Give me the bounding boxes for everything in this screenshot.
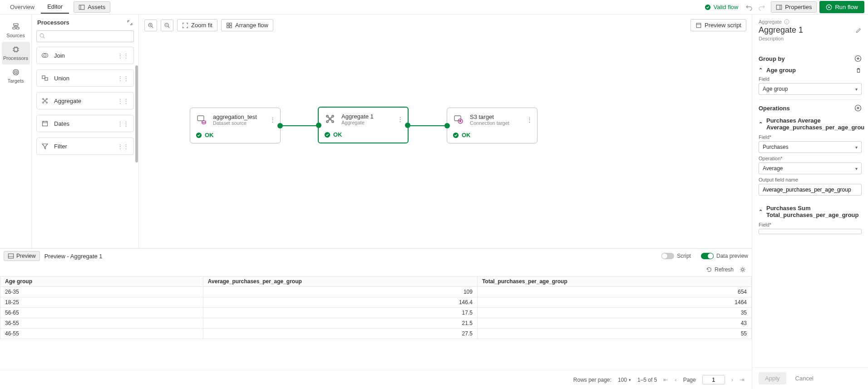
preview-toggle-button[interactable]: Preview [4,251,40,261]
arrange-flow-button[interactable]: Arrange flow [221,19,273,31]
redo-button[interactable] [755,1,768,13]
data-preview-toggle[interactable] [701,253,714,259]
script-toggle[interactable] [661,253,674,259]
svg-point-25 [40,34,44,37]
node-aggregate[interactable]: Aggregate 1 Aggregate ⋮ OK [318,107,409,143]
rail-sources[interactable]: Sources [2,19,30,42]
info-icon[interactable]: i [784,19,789,25]
collapse-icon[interactable] [127,20,133,26]
union-icon [41,74,49,82]
table-header[interactable]: Average_purchases_per_age_group [203,276,477,287]
calendar-icon [41,120,49,127]
table-cell: 26-35 [0,287,203,297]
refresh-button[interactable]: Refresh [706,266,734,273]
properties-button[interactable]: Properties [771,1,817,13]
rail-targets[interactable]: Targets [2,64,30,87]
zoom-out-button[interactable] [161,20,173,31]
table-row[interactable]: 36-5521.543 [0,318,752,329]
port-out[interactable] [405,123,410,128]
node-menu-button[interactable]: ⋮ [527,116,533,123]
edit-icon[interactable] [855,27,862,34]
chevron-down-icon: ▾ [629,378,631,382]
svg-rect-29 [42,76,45,79]
processor-item-join[interactable]: Join ⋮⋮ [36,47,134,64]
svg-rect-40 [43,122,48,126]
tab-overview[interactable]: Overview [4,1,41,13]
svg-rect-30 [45,78,48,80]
processor-item-dates[interactable]: Dates ⋮⋮ [36,115,134,132]
first-page-button[interactable]: ⇤ [663,376,668,383]
svg-line-39 [45,101,46,102]
apply-button[interactable]: Apply [759,372,786,384]
page-input[interactable] [702,375,725,384]
groupby-field-select[interactable]: Age group ▾ [759,83,862,95]
svg-rect-13 [14,48,18,51]
op-operation-select[interactable]: Average ▾ [759,162,862,174]
zoom-fit-button[interactable]: Zoom fit [177,19,217,31]
processor-item-aggregate[interactable]: Aggregate ⋮⋮ [36,92,134,109]
chevron-up-icon[interactable]: ⌃ [759,121,763,127]
table-row[interactable]: 26-35109654 [0,287,752,297]
add-icon[interactable] [854,55,862,62]
table-cell: 43 [477,318,751,329]
table-cell: 21.5 [203,318,477,329]
output-field-input[interactable] [759,184,862,196]
node-menu-button[interactable]: ⋮ [270,116,276,123]
grid-icon [226,22,232,29]
preview-label: Preview - Aggregate 1 [44,253,103,260]
prev-page-button[interactable]: ‹ [675,376,676,383]
chevron-down-icon: ▾ [855,145,858,150]
rail-processors[interactable]: Processors [2,42,30,64]
op-field-select[interactable]: Purchases ▾ [759,141,862,153]
targets-icon [12,68,20,76]
next-page-button[interactable]: › [731,376,733,383]
zoom-in-button[interactable] [144,20,157,31]
page-range: 1–5 of 5 [637,377,657,383]
table-header[interactable]: Total_purchases_per_age_group [477,276,751,287]
add-icon[interactable] [854,104,862,112]
svg-line-50 [168,26,169,28]
processor-item-union[interactable]: Union ⋮⋮ [36,69,134,87]
node-target[interactable]: S3 target Connection target ⋮ OK [447,108,538,143]
undo-button[interactable] [743,1,755,13]
groupby-item-label: Age group [766,67,796,74]
node-menu-button[interactable]: ⋮ [397,116,403,123]
last-page-button[interactable]: ⇥ [740,376,745,383]
table-cell: 46-55 [0,329,203,339]
table-row[interactable]: 56-6517.535 [0,308,752,318]
processor-search-input[interactable] [36,30,134,42]
svg-rect-57 [197,116,204,121]
assets-button[interactable]: Assets [74,1,110,13]
chevron-up-icon[interactable]: ⌃ [759,67,763,73]
tab-editor[interactable]: Editor [41,0,69,14]
check-circle-icon [324,132,330,138]
join-icon [41,52,49,59]
table-row[interactable]: 46-5527.555 [0,329,752,339]
node-source[interactable]: aggregation_test Dataset source ⋮ OK [190,108,281,143]
drag-icon: ⋮⋮ [117,98,129,104]
group-by-header: Group by [759,55,785,62]
trash-icon[interactable] [855,67,862,74]
gear-icon[interactable] [739,266,746,273]
port-in[interactable] [316,123,321,128]
breadcrumb: Aggregate [759,19,782,25]
zoom-out-icon [164,22,170,29]
cancel-button[interactable]: Cancel [791,372,818,384]
svg-rect-55 [696,23,701,28]
table-row[interactable]: 18-25146.41464 [0,297,752,308]
port-in[interactable] [444,123,450,128]
chevron-up-icon[interactable]: ⌃ [759,209,763,215]
redo-icon [758,4,765,11]
processor-item-filter[interactable]: Filter ⋮⋮ [36,138,134,155]
aggregate-icon [41,97,49,104]
run-flow-button[interactable]: Run flow [819,1,864,13]
rows-per-page-select[interactable]: 100 ▾ [618,377,631,383]
table-header[interactable]: Age group [0,276,203,287]
chevron-down-icon: ▾ [855,166,858,171]
preview-script-button[interactable]: Preview script [690,19,746,31]
port-out[interactable] [277,123,283,128]
op-field-select[interactable] [759,229,862,234]
undo-icon [745,4,753,11]
processors-scrollbar[interactable] [135,65,138,162]
table-cell: 17.5 [203,308,477,318]
